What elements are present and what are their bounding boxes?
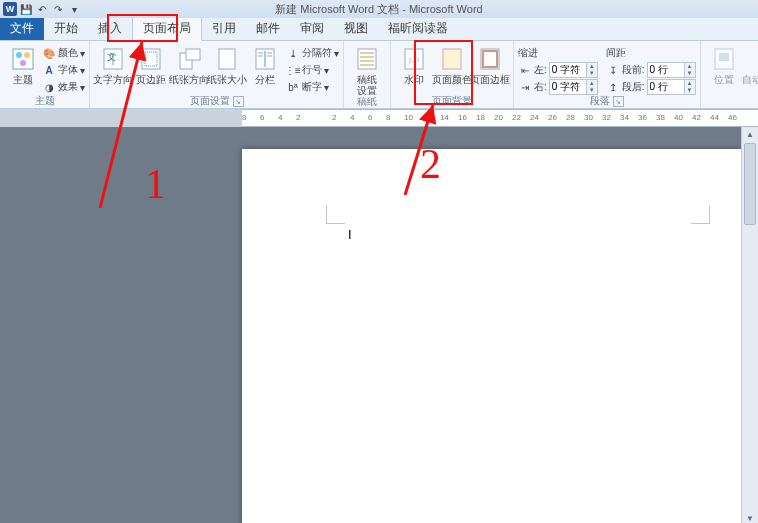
title-bar: W 💾 ↶ ↷ ▾ 新建 Microsoft Word 文档 - Microso… (0, 0, 758, 18)
ruler-tick: 36 (638, 113, 647, 122)
themes-label: 主题 (13, 74, 33, 85)
indent-right-icon: ⇥ (518, 80, 532, 94)
tab-file[interactable]: 文件 (0, 17, 44, 40)
qat-more-icon[interactable]: ▾ (67, 2, 81, 16)
ribbon: 主题 🎨颜色 ▾ A字体 ▾ ◑效果 ▾ 主题 文 文字方向 页边距 纸张方向 (0, 41, 758, 109)
svg-rect-24 (443, 49, 461, 69)
themes-button[interactable]: 主题 (4, 43, 42, 85)
line-numbers-icon: ⋮≡ (286, 63, 300, 77)
ribbon-tab-strip: 文件 开始 插入 页面布局 引用 邮件 审阅 视图 福昕阅读器 (0, 18, 758, 41)
margin-guide-top-left (326, 205, 345, 224)
quick-access-toolbar: W 💾 ↶ ↷ ▾ (0, 2, 81, 16)
tab-foxit[interactable]: 福昕阅读器 (378, 17, 458, 40)
ruler-tick: 8 (386, 113, 390, 122)
redo-icon[interactable]: ↷ (51, 2, 65, 16)
space-after-input[interactable]: ▲▼ (647, 79, 696, 95)
ruler-tick: 12 (422, 113, 431, 122)
theme-fonts-button[interactable]: A字体 ▾ (42, 62, 85, 78)
document-page[interactable]: I (242, 149, 742, 523)
wrap-text-icon (755, 45, 758, 73)
size-icon (213, 45, 241, 73)
svg-point-1 (16, 52, 22, 58)
indent-left-input[interactable]: ▲▼ (549, 62, 598, 78)
margin-guide-top-right (691, 205, 710, 224)
workspace-gutter (0, 127, 242, 523)
space-before-label: 段前: (622, 63, 645, 77)
tab-mailings[interactable]: 邮件 (246, 17, 290, 40)
line-numbers-button[interactable]: ⋮≡行号 ▾ (286, 62, 339, 78)
watermark-button[interactable]: Aa 水印 (395, 43, 433, 85)
orientation-icon (175, 45, 203, 73)
vertical-scrollbar[interactable]: ▲ ▼ (741, 127, 758, 523)
page-setup-launcher-icon[interactable]: ↘ (233, 96, 244, 107)
margins-button[interactable]: 页边距 (132, 43, 170, 85)
breaks-button[interactable]: ⤓分隔符 ▾ (286, 45, 339, 61)
hyphenation-icon: bª (286, 80, 300, 94)
size-button[interactable]: 纸张大小 (208, 43, 246, 85)
group-themes: 主题 🎨颜色 ▾ A字体 ▾ ◑效果 ▾ 主题 (0, 41, 90, 108)
manuscript-button[interactable]: 稿纸 设置 (348, 43, 386, 96)
space-after-label: 段后: (622, 80, 645, 94)
indent-left-label: 左: (534, 63, 547, 77)
ruler-tick: 22 (512, 113, 521, 122)
theme-colors-button[interactable]: 🎨颜色 ▾ (42, 45, 85, 61)
columns-icon (251, 45, 279, 73)
scroll-up-icon[interactable]: ▲ (742, 127, 758, 141)
ruler-tick: 42 (692, 113, 701, 122)
page-color-button[interactable]: 页面颜色 (433, 43, 471, 85)
ruler-left-margin (0, 109, 242, 127)
group-page-background-label: 页面背景 (432, 94, 472, 108)
hyphenation-button[interactable]: bª断字 ▾ (286, 79, 339, 95)
group-page-setup-label: 页面设置 (190, 94, 230, 108)
ruler-tick: 10 (404, 113, 413, 122)
position-button[interactable]: 位置 (705, 43, 743, 85)
ruler-tick: 4 (350, 113, 354, 122)
horizontal-ruler[interactable]: 8642246810121416182022242628303234363840… (242, 109, 758, 127)
tab-review[interactable]: 审阅 (290, 17, 334, 40)
font-icon: A (42, 63, 56, 77)
ruler-tick: 26 (548, 113, 557, 122)
undo-icon[interactable]: ↶ (35, 2, 49, 16)
theme-effects-button[interactable]: ◑效果 ▾ (42, 79, 85, 95)
tab-view[interactable]: 视图 (334, 17, 378, 40)
ruler-tick: 16 (458, 113, 467, 122)
wrap-text-button[interactable]: 自动换行 上 (743, 43, 758, 85)
ruler-tick: 28 (566, 113, 575, 122)
space-after-icon: ↥ (606, 80, 620, 94)
page-color-label: 页面颜色 (432, 74, 472, 85)
paragraph-launcher-icon[interactable]: ↘ (613, 96, 624, 107)
svg-text:文: 文 (107, 52, 116, 62)
orientation-label: 纸张方向 (169, 74, 209, 85)
scroll-down-icon[interactable]: ▼ (742, 511, 758, 523)
watermark-icon: Aa (400, 45, 428, 73)
space-before-icon: ↧ (606, 63, 620, 77)
ruler-tick: 38 (656, 113, 665, 122)
ruler-tick: 40 (674, 113, 683, 122)
group-arrange: 位置 自动换行 上 排列 (701, 41, 758, 108)
tab-references[interactable]: 引用 (202, 17, 246, 40)
ruler-row: 8642246810121416182022242628303234363840… (0, 109, 758, 127)
scroll-thumb[interactable] (744, 143, 756, 225)
orientation-button[interactable]: 纸张方向 (170, 43, 208, 85)
tab-home[interactable]: 开始 (44, 17, 88, 40)
group-page-setup: 文 文字方向 页边距 纸张方向 纸张大小 分栏 ⤓分隔符 ▾ ⋮≡行号 ▾ (90, 41, 344, 108)
space-before-input[interactable]: ▲▼ (647, 62, 696, 78)
tab-page-layout[interactable]: 页面布局 (132, 16, 202, 41)
svg-rect-10 (219, 49, 235, 69)
ruler-tick: 6 (260, 113, 264, 122)
ruler-tick: 8 (242, 113, 246, 122)
indent-right-input[interactable]: ▲▼ (549, 79, 598, 95)
tab-insert[interactable]: 插入 (88, 17, 132, 40)
svg-point-2 (24, 52, 30, 58)
manuscript-label: 稿纸 设置 (357, 74, 377, 96)
ruler-tick: 2 (332, 113, 336, 122)
text-direction-button[interactable]: 文 文字方向 (94, 43, 132, 85)
ruler-tick: 14 (440, 113, 449, 122)
indent-left-icon: ⇤ (518, 63, 532, 77)
page-border-button[interactable]: 页面边框 (471, 43, 509, 85)
page-border-icon (476, 45, 504, 73)
group-paragraph-label: 段落 (590, 94, 610, 108)
save-icon[interactable]: 💾 (19, 2, 33, 16)
columns-button[interactable]: 分栏 (246, 43, 284, 85)
margins-label: 页边距 (136, 74, 166, 85)
